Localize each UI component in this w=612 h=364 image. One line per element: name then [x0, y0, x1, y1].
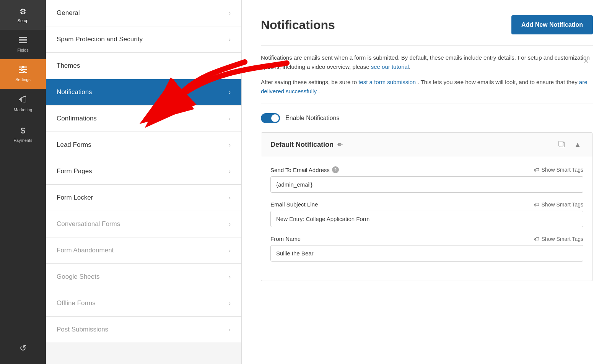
settings-icon: [19, 66, 27, 75]
chevron-icon-form-pages: ›: [229, 168, 231, 174]
settings-item-confirmations[interactable]: Confirmations ›: [46, 106, 241, 132]
nav-item-payments[interactable]: $ Payments: [0, 119, 46, 150]
chevron-icon-general: ›: [229, 10, 231, 16]
copy-notification-button[interactable]: [556, 140, 567, 150]
settings-item-form-abandonment[interactable]: Form Abandonment ›: [46, 237, 241, 264]
show-smart-tags-from-name[interactable]: 🏷 Show Smart Tags: [534, 236, 583, 242]
settings-item-label-general: General: [57, 9, 80, 17]
tag-icon-email: 🏷: [534, 167, 539, 173]
chevron-icon-spam: ›: [229, 36, 231, 42]
fields-icon: [19, 37, 27, 46]
chevron-icon-form-locker: ›: [229, 195, 231, 201]
setup-icon: ⚙: [20, 7, 26, 16]
info-text-1: Notifications are emails sent when a for…: [261, 53, 593, 72]
svg-point-11: [24, 72, 25, 73]
email-subject-input[interactable]: [270, 211, 583, 227]
nav-item-settings[interactable]: Settings: [0, 59, 46, 89]
settings-item-label-spam: Spam Protection and Security: [57, 36, 143, 43]
nav-item-fields[interactable]: Fields: [0, 30, 46, 59]
chevron-icon-themes: ›: [229, 63, 231, 69]
settings-item-form-pages[interactable]: Form Pages ›: [46, 158, 241, 185]
settings-item-post-submissions[interactable]: Post Submissions ›: [46, 317, 241, 343]
expand-notification-button[interactable]: ▲: [572, 140, 583, 150]
settings-item-label-offline-forms: Offline Forms: [57, 299, 96, 307]
enable-notifications-toggle[interactable]: [261, 113, 280, 123]
chevron-icon-google-sheets: ›: [229, 274, 231, 280]
settings-item-lead-forms[interactable]: Lead Forms ›: [46, 132, 241, 158]
svg-point-5: [23, 66, 24, 68]
settings-item-spam-protection[interactable]: Spam Protection and Security ›: [46, 26, 241, 53]
show-smart-tags-email[interactable]: 🏷 Show Smart Tags: [534, 167, 583, 173]
svg-rect-7: [22, 69, 27, 70]
show-smart-tags-subject[interactable]: 🏷 Show Smart Tags: [534, 202, 583, 208]
nav-label-marketing: Marketing: [14, 107, 32, 112]
info-text-2: After saving these settings, be sure to …: [261, 78, 593, 96]
settings-item-label-post-submissions: Post Submissions: [57, 326, 108, 333]
settings-item-label-confirmations: Confirmations: [57, 115, 97, 122]
settings-list: General › Spam Protection and Security ›…: [46, 0, 242, 364]
svg-rect-9: [19, 72, 24, 73]
settings-item-label-form-pages: Form Pages: [57, 167, 92, 175]
chevron-icon-form-abandonment: ›: [229, 247, 231, 253]
info-divider: [261, 104, 593, 104]
settings-item-label-form-abandonment: Form Abandonment: [57, 247, 114, 254]
notification-card-title: Default Notification ✏: [270, 141, 342, 149]
chevron-icon-post-submissions: ›: [229, 327, 231, 333]
header-divider: [261, 45, 593, 46]
history-icon: ↺: [20, 343, 26, 353]
send-to-email-input[interactable]: [270, 176, 583, 193]
from-name-input[interactable]: [270, 245, 583, 262]
send-to-email-label: Send To Email Address ?: [270, 166, 339, 173]
settings-item-form-locker[interactable]: Form Locker ›: [46, 185, 241, 211]
info-box: ✕ Notifications are emails sent when a f…: [261, 53, 593, 96]
enable-notifications-row: Enable Notifications: [261, 113, 593, 123]
settings-item-google-sheets[interactable]: Google Sheets ›: [46, 264, 241, 290]
settings-item-label-notifications: Notifications: [57, 88, 92, 96]
chevron-icon-notifications: ›: [229, 89, 231, 95]
tag-icon-from-name: 🏷: [534, 236, 539, 242]
enable-notifications-label: Enable Notifications: [285, 115, 339, 122]
icon-nav: ⚙ Setup Fields Settings Marketing $ Paym…: [0, 0, 46, 364]
nav-label-settings: Settings: [15, 77, 31, 82]
see-tutorial-link[interactable]: see our tutorial: [371, 63, 409, 70]
settings-item-label-google-sheets: Google Sheets: [57, 273, 99, 281]
add-new-notification-button[interactable]: Add New Notification: [511, 15, 593, 34]
settings-item-label-conv-forms: Conversational Forms: [57, 220, 120, 228]
email-subject-label: Email Subject Line: [270, 201, 318, 208]
edit-notification-icon[interactable]: ✏: [337, 141, 342, 148]
nav-item-history[interactable]: ↺: [15, 339, 31, 358]
from-name-label-row: From Name 🏷 Show Smart Tags: [270, 236, 583, 242]
settings-item-general[interactable]: General ›: [46, 0, 241, 26]
notification-card-body: Send To Email Address ? 🏷 Show Smart Tag…: [261, 157, 592, 281]
settings-item-offline-forms[interactable]: Offline Forms ›: [46, 290, 241, 317]
main-inner: Notifications Add New Notification ✕ Not…: [242, 0, 612, 364]
nav-label-setup: Setup: [18, 18, 29, 23]
from-name-label: From Name: [270, 236, 301, 242]
page-title: Notifications: [261, 18, 335, 32]
nav-label-payments: Payments: [14, 138, 33, 143]
settings-item-notifications[interactable]: Notifications ›: [46, 79, 241, 106]
default-notification-card: Default Notification ✏ ▲ Send To Email A…: [261, 132, 593, 281]
send-to-email-row: Send To Email Address ? 🏷 Show Smart Tag…: [270, 166, 583, 193]
close-info-icon[interactable]: ✕: [583, 57, 589, 65]
svg-rect-2: [19, 42, 27, 43]
send-to-email-label-row: Send To Email Address ? 🏷 Show Smart Tag…: [270, 166, 583, 173]
payments-icon: $: [21, 126, 25, 136]
chevron-icon-confirmations: ›: [229, 115, 231, 122]
settings-item-themes[interactable]: Themes ›: [46, 53, 241, 79]
chevron-icon-lead-forms: ›: [229, 142, 231, 148]
nav-item-setup[interactable]: ⚙ Setup: [0, 0, 46, 30]
main-content: Notifications Add New Notification ✕ Not…: [242, 0, 612, 364]
settings-item-label-lead-forms: Lead Forms: [57, 141, 91, 149]
chevron-icon-offline-forms: ›: [229, 300, 231, 306]
from-name-row: From Name 🏷 Show Smart Tags: [270, 236, 583, 262]
marketing-icon: [19, 96, 27, 105]
svg-point-8: [21, 69, 23, 70]
notification-card-actions: ▲: [556, 140, 583, 150]
chevron-icon-conv-forms: ›: [229, 221, 231, 227]
test-form-submission-link[interactable]: test a form submission: [358, 79, 416, 85]
settings-item-conversational-forms[interactable]: Conversational Forms ›: [46, 211, 241, 237]
tag-icon-subject: 🏷: [534, 202, 539, 208]
send-to-email-help-icon[interactable]: ?: [332, 166, 339, 173]
nav-item-marketing[interactable]: Marketing: [0, 89, 46, 119]
